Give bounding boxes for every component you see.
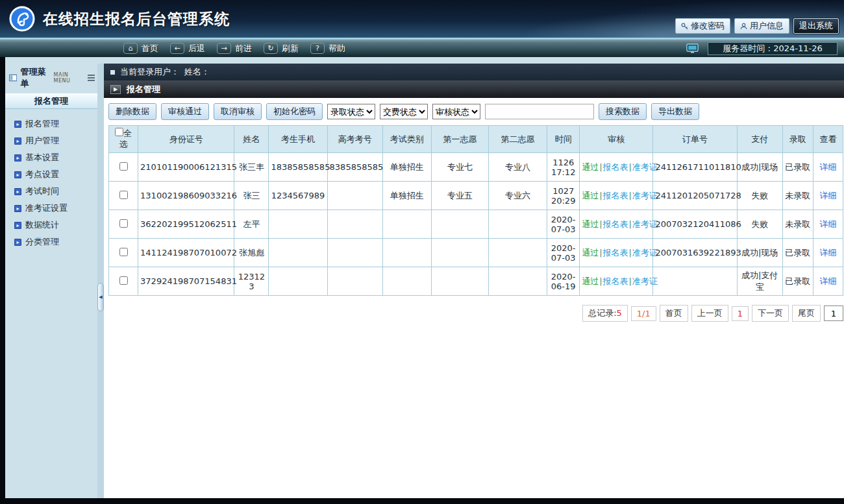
audit-cell: 通过|报名表|准考证: [580, 182, 653, 210]
cancel-approve-button[interactable]: 取消审核: [214, 103, 262, 120]
audit-cell: 通过|报名表|准考证: [580, 153, 653, 182]
category-cell: 单独招生: [382, 182, 431, 210]
second-choice-cell: 专业八: [488, 153, 547, 182]
audit-ticket-link[interactable]: 准考证: [632, 219, 658, 229]
delete-data-button[interactable]: 删除数据: [108, 103, 156, 120]
sidebar-item-basic-settings[interactable]: ▸基本设置: [14, 149, 97, 166]
nav-help[interactable]: ? 帮助: [310, 43, 345, 54]
approve-button[interactable]: 审核通过: [161, 103, 209, 120]
first-page-button[interactable]: 首页: [660, 305, 688, 322]
audit-pass-link[interactable]: 通过: [582, 162, 599, 172]
sidebar-item-admission-ticket[interactable]: ▸准考证设置: [14, 200, 97, 217]
change-password-button[interactable]: 修改密码: [675, 18, 730, 34]
sidebar-item-exam-time[interactable]: ▸考试时间: [14, 183, 97, 200]
col-admission: 录取: [782, 126, 813, 153]
nav-home[interactable]: ⌂ 首页: [123, 43, 158, 54]
play-box-icon: ▶: [110, 85, 121, 94]
view-detail-link[interactable]: 详细: [819, 162, 836, 172]
admit-status-cell: 未录取: [782, 210, 813, 239]
audit-separator: |: [599, 219, 602, 229]
category-cell: 单独招生: [382, 153, 431, 182]
sidebar-section-enrollment[interactable]: 报名管理: [5, 93, 97, 109]
audit-status-select[interactable]: 审核状态: [432, 104, 480, 119]
admission-status-select[interactable]: 录取状态: [327, 104, 375, 119]
exam-no-cell: [327, 239, 382, 267]
nav-toolbar: ⌂ 首页 ← 后退 → 前进 ↻ 刷新 ? 帮助 服务器时间：2024-11-2…: [0, 39, 844, 57]
back-arrow-icon: ←: [170, 43, 184, 54]
current-user-name-label: 姓名：: [184, 66, 210, 78]
audit-pass-link[interactable]: 通过: [582, 248, 599, 258]
sidebar-item-category-mgmt[interactable]: ▸分类管理: [14, 234, 97, 250]
nav-refresh[interactable]: ↻ 刷新: [264, 43, 299, 54]
audit-ticket-link[interactable]: 准考证: [632, 276, 658, 286]
category-cell: [382, 210, 431, 239]
sidebar-item-enrollment-mgmt[interactable]: ▸报名管理: [14, 115, 97, 132]
nav-back[interactable]: ← 后退: [170, 43, 205, 54]
first-choice-cell: 专业五: [431, 182, 488, 210]
view-detail-link[interactable]: 详细: [819, 276, 836, 286]
current-page-button[interactable]: 1: [732, 306, 749, 321]
nav-help-label: 帮助: [329, 43, 345, 54]
logout-button[interactable]: 退出系统: [793, 18, 839, 34]
view-cell: 详细: [813, 182, 843, 210]
row-checkbox[interactable]: [119, 248, 128, 256]
audit-ticket-link[interactable]: 准考证: [632, 191, 658, 200]
audit-form-link[interactable]: 报名表: [603, 248, 628, 258]
sidebar-item-label: 考试时间: [25, 186, 59, 197]
nav-forward-label: 前进: [235, 43, 252, 54]
square-arrow-icon: ▸: [14, 205, 21, 212]
home-icon: ⌂: [123, 43, 138, 54]
audit-pass-link[interactable]: 通过: [582, 276, 599, 286]
audit-pass-link[interactable]: 通过: [582, 191, 599, 200]
audit-form-link[interactable]: 报名表: [603, 191, 628, 200]
prev-page-button[interactable]: 上一页: [691, 305, 728, 322]
row-checkbox[interactable]: [119, 162, 128, 171]
row-checkbox[interactable]: [119, 191, 128, 199]
sidebar-title: 管理菜单: [20, 66, 50, 90]
id-card-cell: 372924198707154831: [138, 267, 234, 296]
sidebar-collapse-handle[interactable]: ◀: [97, 283, 104, 311]
sidebar-item-label: 用户管理: [25, 135, 59, 147]
view-detail-link[interactable]: 详细: [819, 219, 836, 229]
view-detail-link[interactable]: 详细: [819, 191, 836, 200]
nav-forward[interactable]: → 前进: [217, 43, 252, 54]
last-page-button[interactable]: 尾页: [792, 305, 821, 322]
payment-status-select[interactable]: 交费状态: [380, 104, 428, 119]
reset-password-button[interactable]: 初始化密码: [266, 103, 323, 120]
user-info-label: 用户信息: [750, 20, 784, 32]
row-checkbox[interactable]: [119, 219, 128, 228]
table-body: 210101190006121315张三丰1838585858583858585…: [109, 153, 843, 296]
sidebar-subtitle: MAIN MENU: [54, 72, 84, 84]
audit-form-link[interactable]: 报名表: [603, 162, 628, 172]
audit-ticket-link[interactable]: 准考证: [632, 248, 658, 258]
user-info-button[interactable]: 用户信息: [734, 18, 789, 34]
audit-separator: |: [599, 191, 602, 200]
sidebar-item-label: 数据统计: [25, 219, 59, 231]
sidebar-item-data-stats[interactable]: ▸数据统计: [14, 217, 97, 234]
sidebar-item-exam-site[interactable]: ▸考点设置: [14, 166, 97, 183]
sidebar: 管理菜单 MAIN MENU 报名管理 ▸报名管理 ▸用户管理 ▸基本设置 ▸考…: [5, 64, 97, 498]
audit-pass-link[interactable]: 通过: [582, 219, 599, 229]
view-detail-link[interactable]: 详细: [819, 248, 836, 258]
page-number-input[interactable]: [824, 306, 843, 321]
row-select-cell: [109, 182, 138, 210]
row-checkbox[interactable]: [119, 276, 128, 285]
phone-cell: [269, 239, 327, 267]
id-card-cell: 131002198609033216: [138, 182, 234, 210]
exam-no-cell: [327, 182, 382, 210]
audit-form-link[interactable]: 报名表: [603, 276, 628, 286]
order-no-cell: 2007032120411086: [653, 210, 737, 239]
second-choice-cell: [488, 239, 547, 267]
time-cell: 2020-07-03: [547, 239, 580, 267]
audit-separator: |: [629, 162, 632, 172]
search-data-button[interactable]: 搜索数据: [599, 103, 647, 120]
pay-status-cell: 成功|支付宝: [737, 267, 782, 296]
audit-ticket-link[interactable]: 准考证: [632, 162, 658, 172]
sidebar-item-user-mgmt[interactable]: ▸用户管理: [14, 132, 97, 149]
select-all-checkbox[interactable]: [115, 128, 123, 136]
exam-no-cell: [327, 210, 382, 239]
next-page-button[interactable]: 下一页: [752, 305, 789, 322]
export-data-button[interactable]: 导出数据: [651, 103, 699, 120]
search-input[interactable]: [485, 104, 594, 119]
audit-form-link[interactable]: 报名表: [603, 219, 628, 229]
